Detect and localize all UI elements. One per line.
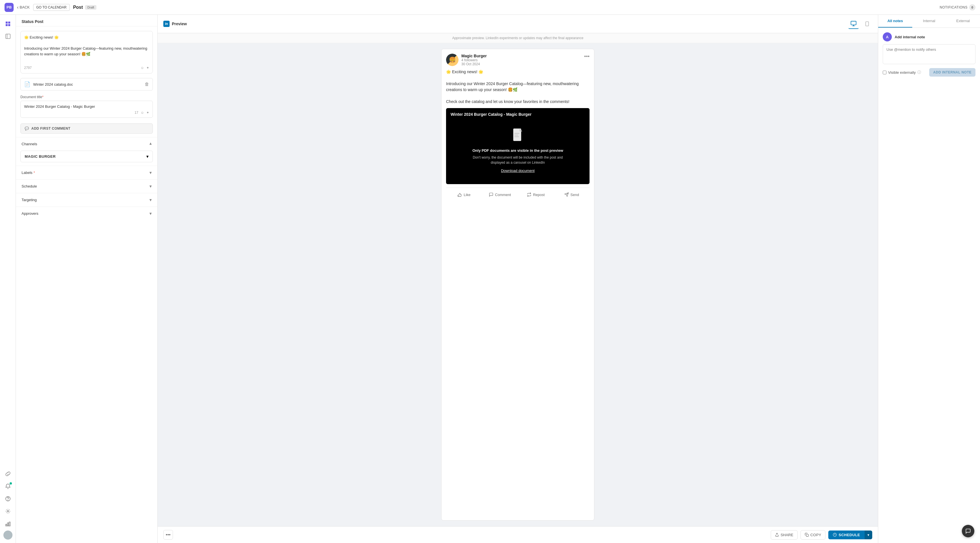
linkedin-icon: in	[163, 21, 170, 27]
panel-icon-button[interactable]	[2, 31, 14, 42]
tab-internal[interactable]: Internal	[912, 15, 946, 27]
doc-title-input[interactable]	[24, 104, 149, 109]
comment-action[interactable]: Comment	[482, 191, 518, 199]
post-content-box: 🌟 Exciting news! 🌟 Introducing our Winte…	[21, 31, 153, 73]
like-action[interactable]: Like	[446, 191, 482, 199]
channel-dropdown[interactable]: MAGIC BURGER ▾	[21, 151, 153, 162]
post-date: 30 Oct 2024	[461, 62, 581, 66]
targeting-chevron-icon: ▾	[150, 197, 152, 202]
preview-header: in Preview	[158, 15, 878, 33]
mobile-view-button[interactable]	[862, 19, 872, 29]
channel-name: MAGIC BURGER	[25, 154, 56, 159]
svg-rect-16	[514, 133, 520, 134]
post-title-text: Post	[73, 5, 83, 10]
emoji-picker-icon[interactable]: ☺	[141, 66, 144, 70]
bell-icon-button[interactable]	[2, 481, 14, 492]
targeting-section[interactable]: Targeting ▾	[16, 193, 158, 207]
schedule-dropdown-button[interactable]: ▾	[865, 530, 872, 539]
doc-title-char-count: 17	[134, 111, 138, 115]
post-card: 🍔 Magic Burger 4 followers 30 Oct 2024 •…	[441, 49, 594, 521]
copy-button[interactable]: COPY	[800, 530, 826, 540]
tab-all-notes[interactable]: All notes	[878, 15, 912, 27]
svg-rect-2	[6, 24, 8, 26]
svg-point-7	[8, 500, 8, 500]
targeting-label: Targeting	[22, 198, 37, 202]
post-card-header: 🍔 Magic Burger 4 followers 30 Oct 2024 •…	[446, 54, 590, 66]
add-first-comment-button[interactable]: 💬 ADD FIRST COMMENT	[21, 123, 153, 134]
comment-icon: 💬	[25, 127, 29, 131]
tab-external[interactable]: External	[946, 15, 980, 27]
svg-rect-1	[8, 22, 10, 24]
channel-select: MAGIC BURGER ▾	[21, 151, 153, 162]
comment-label: Comment	[495, 193, 511, 197]
approvers-chevron-icon: ▾	[150, 211, 152, 216]
post-avatar: 🍔	[446, 54, 458, 66]
left-panel: Status Post 🌟 Exciting news! 🌟 Introduci…	[16, 15, 158, 543]
required-marker: *	[42, 95, 44, 99]
channels-section[interactable]: Channels ▾	[16, 137, 158, 151]
preview-title-text: Preview	[172, 22, 187, 26]
post-content-textarea[interactable]: 🌟 Exciting news! 🌟 Introducing our Winte…	[24, 35, 149, 63]
visible-checkbox-input[interactable]	[883, 71, 886, 74]
svg-rect-12	[851, 21, 856, 25]
svg-rect-18	[514, 137, 519, 137]
ai-assist-icon[interactable]: ✦	[146, 66, 149, 70]
right-panel: All notes Internal External A Add intern…	[878, 15, 980, 543]
repost-label: Repost	[533, 193, 545, 197]
note-textarea[interactable]	[883, 44, 975, 64]
char-count: 2797	[24, 66, 32, 70]
labels-chevron-icon: ▾	[150, 170, 152, 175]
labels-label-text: Labels	[22, 170, 32, 175]
labels-label: Labels*	[22, 170, 35, 175]
back-button[interactable]: BACK	[17, 5, 30, 10]
schedule-button[interactable]: SCHEDULE	[828, 530, 865, 539]
post-text: 🌟 Exciting news! 🌟 Introducing our Winte…	[446, 69, 590, 105]
svg-rect-22	[806, 534, 808, 537]
schedule-chevron-icon: ▾	[150, 183, 152, 189]
preview-content: 🍔 Magic Burger 4 followers 30 Oct 2024 •…	[158, 43, 878, 526]
post-followers: 4 followers	[461, 58, 581, 62]
link-icon-button[interactable]	[2, 468, 14, 479]
approvers-section[interactable]: Approvers ▾	[16, 207, 158, 220]
chart-icon-button[interactable]	[2, 518, 14, 529]
download-document-link[interactable]: Download document	[501, 169, 535, 173]
repost-action[interactable]: Repost	[518, 191, 554, 199]
post-actions: Like Comment Repost Send	[446, 188, 590, 199]
share-button[interactable]: SHARE	[771, 530, 798, 540]
note-author-label: Add internal note	[895, 35, 925, 39]
info-icon: ⓘ	[917, 70, 921, 75]
center-panel: in Preview Approximate preview. LinkedIn…	[158, 15, 878, 543]
svg-rect-13	[866, 22, 869, 26]
doc-ai-icon[interactable]: ✦	[146, 111, 149, 115]
page-title: Post Draft	[73, 5, 97, 10]
svg-rect-9	[6, 524, 7, 526]
settings-icon-button[interactable]	[2, 506, 14, 517]
delete-document-button[interactable]: 🗑	[145, 82, 149, 87]
visible-externally-checkbox[interactable]: Visible externally ⓘ	[883, 70, 927, 75]
add-internal-note-button[interactable]: ADD INTERNAL NOTE	[929, 68, 975, 76]
doc-emoji-icon[interactable]: ☺	[141, 111, 144, 115]
document-name: Winter 2024 catalog.doc	[33, 82, 142, 86]
document-icon: 📄	[24, 81, 30, 88]
desktop-view-button[interactable]	[848, 19, 859, 29]
chat-bubble[interactable]	[962, 525, 974, 537]
help-icon-button[interactable]	[2, 493, 14, 505]
note-avatar: A	[883, 32, 892, 41]
schedule-group: SCHEDULE ▾	[828, 530, 872, 539]
post-more-icon[interactable]: •••	[584, 54, 590, 60]
user-avatar[interactable]	[3, 530, 13, 540]
labels-section[interactable]: Labels* ▾	[16, 166, 158, 179]
notes-tabs: All notes Internal External	[878, 15, 980, 28]
visible-label: Visible externally	[888, 70, 916, 75]
go-to-calendar-button[interactable]: GO TO CALENDAR	[33, 4, 70, 11]
grid-icon-button[interactable]	[2, 18, 14, 30]
schedule-section[interactable]: Schedule ▾	[16, 179, 158, 193]
preview-title: in Preview	[163, 21, 187, 27]
more-options-button[interactable]: •••	[163, 530, 173, 540]
doc-title-section: Document title* 17 ☺ ✦	[21, 95, 153, 118]
doc-title-label: Document title*	[21, 95, 153, 99]
send-action[interactable]: Send	[554, 191, 590, 199]
app-logo: PB	[5, 3, 14, 12]
icon-sidebar	[0, 15, 16, 543]
post-doc-card: Winter 2024 Burger Catalog - Magic Burge…	[446, 108, 590, 184]
